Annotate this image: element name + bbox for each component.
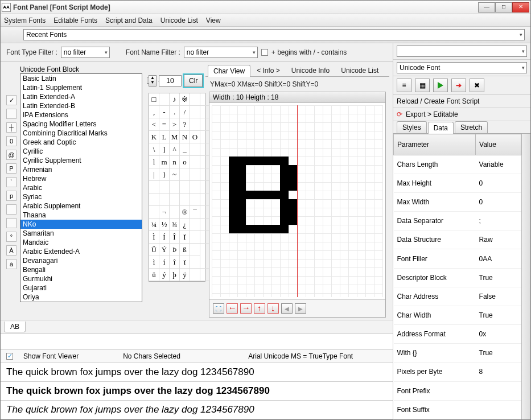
param-row[interactable]: Chars LengthVariable: [394, 155, 521, 174]
block-option[interactable]: Arabic Supplement: [20, 201, 142, 211]
menu-script-data[interactable]: Script and Data: [105, 17, 153, 24]
char-cell[interactable]: _: [180, 143, 190, 156]
char-cell[interactable]: [190, 143, 200, 156]
char-cell[interactable]: [180, 193, 190, 206]
block-option[interactable]: Latin Extended-A: [20, 92, 142, 101]
char-cell[interactable]: ï: [180, 256, 190, 269]
show-font-viewer-checkbox[interactable]: ✓: [6, 353, 13, 360]
recent-fonts-combo[interactable]: Recent Fonts: [23, 29, 525, 40]
clear-button[interactable]: Clr: [184, 75, 203, 87]
menu-editable-fonts[interactable]: Editable Fonts: [53, 17, 97, 24]
filter-mode-checkbox[interactable]: [261, 49, 268, 56]
nav-down-icon[interactable]: ⭣: [267, 303, 279, 314]
char-cell[interactable]: K: [149, 131, 159, 143]
size-spinner[interactable]: 10: [159, 75, 182, 87]
char-cell[interactable]: [190, 244, 200, 256]
char-cell[interactable]: ]: [159, 143, 170, 156]
block-option[interactable]: Spacing Modifier Letters: [20, 120, 142, 129]
param-row[interactable]: With {}True: [394, 344, 521, 363]
char-cell[interactable]: |: [149, 168, 159, 181]
block-option[interactable]: Arabic Extended-A: [20, 247, 142, 256]
char-cell[interactable]: [190, 106, 200, 118]
nav-right-icon[interactable]: ⭢: [240, 303, 252, 314]
block-option[interactable]: Arabic: [20, 183, 142, 192]
char-cell[interactable]: <: [149, 118, 159, 131]
tools-icon[interactable]: ✖: [470, 79, 484, 92]
tab-char-view[interactable]: Char View: [208, 65, 250, 77]
char-cell[interactable]: [190, 193, 200, 206]
param-row[interactable]: Address Format0x: [394, 325, 521, 344]
block-option[interactable]: IPA Extensions: [20, 110, 142, 120]
char-cell[interactable]: [149, 206, 159, 219]
char-cell[interactable]: [190, 156, 200, 168]
block-option[interactable]: NKo: [20, 220, 142, 229]
param-row[interactable]: Data StructureRaw: [394, 230, 521, 249]
minimize-button[interactable]: —: [478, 2, 495, 13]
tab-info[interactable]: < Info >: [252, 65, 285, 76]
char-cell[interactable]: n: [170, 156, 180, 168]
nav-next-icon[interactable]: ▶: [295, 303, 306, 314]
menu-icon[interactable]: ≡: [397, 79, 411, 92]
char-cell[interactable]: Ý: [159, 244, 170, 256]
param-row[interactable]: Char WidthTrue: [394, 306, 521, 324]
char-cell[interactable]: ¯: [190, 206, 200, 219]
block-option[interactable]: Gurmukhi: [20, 274, 142, 283]
close-button[interactable]: ✕: [512, 2, 529, 13]
nav-left-icon[interactable]: ⭠: [227, 303, 238, 314]
char-cell[interactable]: ¾: [170, 219, 180, 231]
char-cell[interactable]: [149, 193, 159, 206]
char-cell[interactable]: >: [170, 118, 180, 131]
char-cell[interactable]: Ì: [149, 231, 159, 244]
char-cell[interactable]: M: [170, 131, 180, 143]
char-cell[interactable]: ®: [180, 206, 190, 219]
char-cell[interactable]: [190, 256, 200, 269]
char-cell[interactable]: [159, 93, 170, 106]
tab-data[interactable]: Data: [428, 122, 454, 134]
tab-stretch[interactable]: Stretch: [455, 121, 488, 133]
char-cell[interactable]: L: [159, 131, 170, 143]
grid-icon[interactable]: ▦: [415, 79, 430, 92]
unicode-block-dropdown[interactable]: Basic LatinLatin-1 SupplementLatin Exten…: [20, 73, 142, 302]
play-icon[interactable]: [433, 79, 448, 92]
right-search[interactable]: [397, 46, 527, 57]
char-cell[interactable]: ~: [170, 168, 180, 181]
export-row[interactable]: ⟳ Export > Editable: [393, 108, 530, 121]
char-cell[interactable]: \: [149, 143, 159, 156]
char-cell[interactable]: ,: [149, 106, 159, 118]
char-cell[interactable]: ※: [180, 93, 190, 106]
char-cell[interactable]: =: [159, 118, 170, 131]
block-option[interactable]: Combining Diacritical Marks: [20, 129, 142, 138]
block-option[interactable]: Latin-1 Supplement: [20, 83, 142, 92]
param-row[interactable]: Data Separator;: [394, 212, 521, 230]
char-cell[interactable]: í: [159, 256, 170, 269]
block-option[interactable]: Cyrillic Supplement: [20, 156, 142, 165]
block-option[interactable]: Armenian: [20, 165, 142, 174]
tab-styles[interactable]: Styles: [397, 121, 427, 133]
char-cell[interactable]: ì: [149, 256, 159, 269]
char-cell[interactable]: o: [180, 156, 190, 168]
char-cell[interactable]: [190, 231, 200, 244]
char-cell[interactable]: [159, 193, 170, 206]
nav-fit-icon[interactable]: ⛶: [213, 303, 224, 314]
char-cell[interactable]: [170, 193, 180, 206]
tab-unicode-list[interactable]: Unicode List: [336, 65, 384, 76]
char-cell[interactable]: [159, 181, 170, 193]
char-cell[interactable]: ¬: [159, 206, 170, 219]
char-cell[interactable]: Þ: [170, 244, 180, 256]
nav-prev-icon[interactable]: ◀: [281, 303, 293, 314]
char-cell[interactable]: Î: [170, 231, 180, 244]
char-cell[interactable]: [190, 168, 200, 181]
char-cell[interactable]: ½: [159, 219, 170, 231]
tab-ab[interactable]: AB: [4, 322, 26, 332]
nav-up-icon[interactable]: ⭡: [254, 303, 265, 314]
char-cell[interactable]: Ï: [180, 231, 190, 244]
char-cell[interactable]: N: [180, 131, 190, 143]
char-cell[interactable]: [170, 206, 180, 219]
char-cell[interactable]: -: [159, 106, 170, 118]
char-cell[interactable]: ý: [159, 269, 170, 281]
char-cell[interactable]: ♪: [170, 93, 180, 106]
export-arrow-icon[interactable]: ➔: [451, 79, 466, 92]
char-cell[interactable]: [190, 219, 200, 231]
param-row[interactable]: Font Suffix: [394, 400, 521, 419]
char-cell[interactable]: Ü: [149, 244, 159, 256]
